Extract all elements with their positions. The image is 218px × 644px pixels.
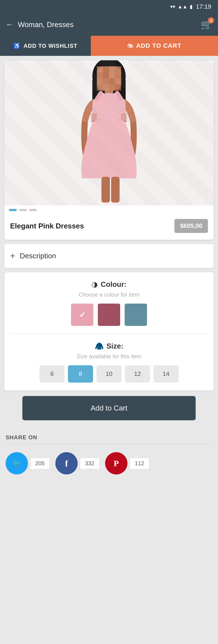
size-subtitle: Size available for this item bbox=[10, 353, 208, 360]
wishlist-button[interactable]: ♿ ADD TO WISHLIST bbox=[0, 36, 91, 56]
options-card: ◑ Colour: Choose a colour for item 🧥 Siz… bbox=[4, 272, 214, 390]
colour-swatches bbox=[10, 304, 208, 326]
hanger-icon: 🧥 bbox=[95, 342, 104, 350]
expand-icon: + bbox=[10, 251, 15, 261]
add-to-cart-top-button[interactable]: 🛍 ADD TO CART bbox=[91, 36, 218, 56]
description-label: Description bbox=[20, 252, 56, 260]
cart-icon-wrap[interactable]: 🛒 3 bbox=[201, 19, 212, 30]
size-title: Size: bbox=[106, 342, 124, 350]
image-dots bbox=[4, 206, 214, 214]
svg-rect-13 bbox=[97, 78, 103, 85]
svg-rect-6 bbox=[103, 66, 109, 73]
colour-icon: ◑ bbox=[91, 280, 98, 289]
header: ← Woman, Dresses 🛒 3 bbox=[0, 13, 218, 36]
svg-rect-9 bbox=[97, 72, 103, 78]
product-image-svg bbox=[4, 60, 214, 206]
size-btn-10[interactable]: 10 bbox=[96, 365, 122, 383]
svg-rect-14 bbox=[103, 78, 109, 85]
colour-swatch-3[interactable] bbox=[125, 304, 147, 326]
dot-3[interactable] bbox=[29, 209, 37, 211]
wishlist-label: ADD TO WISHLIST bbox=[23, 43, 77, 49]
svg-rect-17 bbox=[97, 85, 103, 91]
battery-icon: ▮ bbox=[190, 4, 193, 10]
signal-icon: ▲▲ bbox=[177, 4, 188, 10]
wifi-icon: ▾▾ bbox=[170, 4, 175, 10]
cart-add-icon: 🛍 bbox=[127, 43, 133, 49]
description-card[interactable]: + Description bbox=[4, 244, 214, 268]
main-add-cart-section: Add to Cart bbox=[22, 396, 196, 420]
colour-swatch-2[interactable] bbox=[98, 304, 120, 326]
status-bar: ▾▾ ▲▲ ▮ 17:19 bbox=[0, 0, 218, 13]
svg-rect-16 bbox=[115, 78, 121, 85]
pinterest-icon: P bbox=[114, 459, 119, 468]
svg-rect-5 bbox=[97, 66, 103, 73]
size-btn-14[interactable]: 14 bbox=[153, 365, 179, 383]
svg-rect-23 bbox=[101, 177, 110, 202]
svg-rect-11 bbox=[109, 72, 115, 78]
product-info: Elegant Pink Dresses $605,00 bbox=[4, 214, 214, 240]
product-image bbox=[4, 60, 214, 206]
svg-rect-8 bbox=[115, 66, 121, 73]
colour-section-header: ◑ Colour: bbox=[10, 280, 208, 289]
product-price: $605,00 bbox=[174, 219, 208, 233]
size-btn-8[interactable]: 8 bbox=[68, 365, 93, 383]
back-button[interactable]: ← bbox=[6, 20, 13, 29]
pinterest-count: 112 bbox=[130, 458, 149, 469]
facebook-count: 332 bbox=[80, 458, 99, 469]
action-bar: ♿ ADD TO WISHLIST 🛍 ADD TO CART bbox=[0, 36, 218, 56]
svg-rect-15 bbox=[109, 78, 115, 85]
share-section: SHARE ON 🐦 205 f 332 P 112 bbox=[0, 429, 218, 486]
pinterest-share-button[interactable]: P bbox=[105, 452, 127, 474]
share-title: SHARE ON bbox=[6, 434, 212, 444]
svg-rect-18 bbox=[103, 85, 109, 91]
facebook-icon: f bbox=[65, 458, 68, 469]
page-title: Woman, Dresses bbox=[18, 20, 201, 29]
status-icons: ▾▾ ▲▲ ▮ bbox=[170, 4, 193, 10]
colour-title: Colour: bbox=[101, 280, 126, 289]
svg-rect-7 bbox=[109, 66, 115, 73]
wishlist-icon: ♿ bbox=[13, 42, 21, 49]
twitter-share-group: 🐦 205 bbox=[6, 452, 50, 474]
svg-rect-12 bbox=[115, 72, 121, 78]
cart-badge: 3 bbox=[208, 17, 214, 23]
svg-rect-20 bbox=[115, 85, 121, 91]
product-name: Elegant Pink Dresses bbox=[10, 222, 84, 230]
twitter-share-button[interactable]: 🐦 bbox=[6, 452, 28, 474]
pinterest-share-group: P 112 bbox=[105, 452, 149, 474]
twitter-count: 205 bbox=[30, 458, 50, 469]
svg-rect-10 bbox=[103, 72, 109, 78]
size-btn-12[interactable]: 12 bbox=[125, 365, 150, 383]
size-section-header: 🧥 Size: bbox=[10, 342, 208, 350]
dot-1[interactable] bbox=[9, 209, 17, 211]
twitter-icon: 🐦 bbox=[12, 459, 22, 468]
svg-rect-24 bbox=[111, 177, 120, 202]
size-swatches: 6 8 10 12 14 bbox=[10, 365, 208, 383]
size-btn-6[interactable]: 6 bbox=[39, 365, 65, 383]
facebook-share-button[interactable]: f bbox=[55, 452, 78, 474]
svg-rect-19 bbox=[109, 85, 115, 91]
dot-2[interactable] bbox=[19, 209, 27, 211]
facebook-share-group: f 332 bbox=[55, 452, 99, 474]
add-to-cart-main-button[interactable]: Add to Cart bbox=[22, 396, 196, 420]
colour-swatch-1[interactable] bbox=[71, 304, 93, 326]
section-divider bbox=[10, 334, 208, 334]
status-time: 17:19 bbox=[196, 3, 211, 10]
colour-subtitle: Choose a colour for item bbox=[10, 292, 208, 298]
add-to-cart-top-label: ADD TO CART bbox=[136, 42, 181, 49]
product-card: Elegant Pink Dresses $605,00 bbox=[4, 60, 214, 240]
share-row: 🐦 205 f 332 P 112 bbox=[6, 449, 212, 474]
